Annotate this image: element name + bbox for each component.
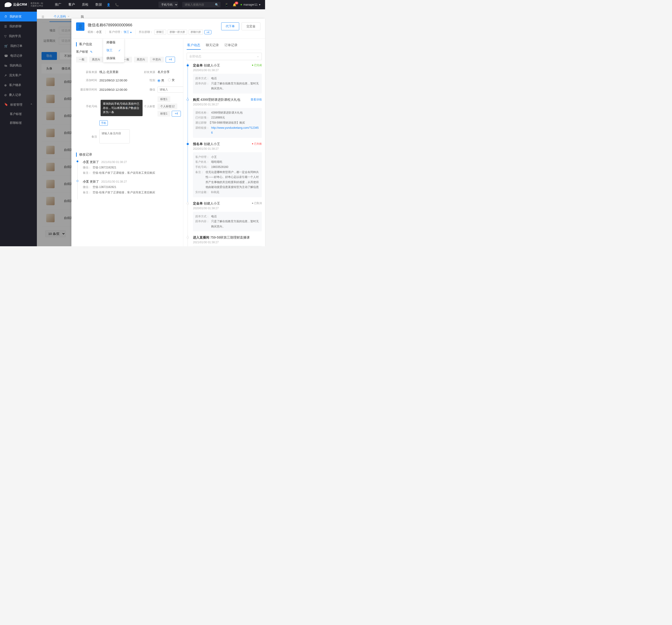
activity-filter[interactable]: 全部动态 ⌄ [187,53,262,60]
chevron-down-icon: ⌄ [257,54,259,58]
notification-icon[interactable]: 🔔5 [233,3,236,6]
customer-tags-label: 客户标签 [76,50,88,54]
tag-item[interactable]: 高意向 [134,57,148,62]
sidebar-call-log[interactable]: ☎电话记录 [0,51,37,60]
timeline-box: 跟单方式：电话跟单内容：只是了解在线教育方面的信息，暂时无购买意向。 [193,212,262,231]
personal-tag[interactable]: 标签1 [158,111,170,117]
personal-tag-more[interactable]: +4 [172,111,181,117]
tag-item[interactable]: 中意向 [150,57,164,62]
group-tag[interactable]: 群聊六群 [189,30,203,34]
timeline-box: 客户经理：小王客户姓名：唔吃唔吃手机号码：19833528160备注：但无论是哪… [193,152,262,197]
dropdown-option-selected[interactable]: 张三✓ [103,46,124,54]
tab-chat-log[interactable]: 聊天记录 [205,41,219,50]
app-header: 云朵CRM 教育机构一站 式服务云平台 推广 客户 质检 数据 👤 📞 手机号码… [0,0,265,9]
nav-customer[interactable]: 客户 [68,3,75,7]
tag-icon: 🔖 [4,103,8,107]
tab-order-log[interactable]: 订单记录 [224,41,238,50]
course-link[interactable]: http://www.yunduoketang.com/?123456 [211,126,259,134]
order-icon: 🛒 [4,44,8,48]
group-tag[interactable]: 群聊一群大群 [168,30,187,34]
log-item: 小王 更新了2021/01/30 01:38:27微信：空值-136721828… [77,160,178,180]
chevron-up-icon: ▴ [130,30,131,33]
sidebar-customer-inherit[interactable]: ⊕客户继承 [0,80,37,90]
delete-icon: ⊘ [4,93,7,97]
search-icon[interactable]: 🔍 [215,3,219,6]
inherit-icon: ⊕ [4,83,7,87]
sidebar-my-students[interactable]: ▽我的学员 [0,31,37,41]
mobile-icon[interactable]: 📱 [225,3,229,6]
app-logo: 云朵CRM 教育机构一站 式服务云平台 [5,2,43,7]
sidebar-lost-customers[interactable]: ↗流失客户 [0,70,37,80]
logo-name: 云朵CRM [13,3,27,7]
search-type-select[interactable]: 手机号码 [159,2,178,8]
sidebar-customer-tags[interactable]: 客户标签 [0,109,37,119]
modify-log-title: 修改记录 [76,152,178,157]
sidebar: ⏱我的好友 ☰我的群聊 ▽我的学员 🛒我的订单 ☎电话记录 🛍我的商品 ↗流失客… [0,9,37,246]
logo-icon [5,2,12,7]
right-tabs: 客户动态 聊天记录 订单记录 [187,41,262,50]
status-dot [241,4,242,5]
group-more[interactable]: +4 [205,30,212,34]
hamburger-icon[interactable]: ☰ [42,15,44,19]
edit-tags-icon[interactable]: ✎ [90,50,93,54]
wechat-input[interactable] [158,86,184,93]
friends-icon: ⏱ [4,15,7,19]
dropdown-option[interactable]: 俱保咏 [103,54,124,62]
nav-promotion[interactable]: 推广 [55,3,62,7]
tag-item[interactable]: 高意向 [89,57,103,62]
timeline-box: 课程名称：4399理财课进阶课大礼包已付款项：2218989元通过群聊【759-… [193,108,262,138]
header-icon-group: 👤 📞 [106,3,119,6]
sidebar-tag-manage[interactable]: 🔖标签管理⌃ [0,100,37,109]
filter-icon: ▽ [4,34,6,38]
sidebar-group-tags[interactable]: 群聊标签 [0,119,37,127]
sidebar-delete-log[interactable]: ⊘删人记录 [0,90,37,100]
tab-customer-activity[interactable]: 客户动态 [187,41,201,50]
sidebar-my-products[interactable]: 🛍我的商品 [0,60,37,70]
personal-tag[interactable]: 个人标签12 [158,103,177,109]
user-icon[interactable]: 👤 [106,3,111,6]
tag-more[interactable]: +4 [166,57,175,62]
remark-textarea[interactable] [99,129,130,144]
timeline-item: 定金单 创建人小王已完成2020/01/30 01:38:27跟单方式：电话跟单… [188,64,262,98]
timeline-item: 定金单 创建人小王已取消2020/01/30 01:38:27跟单方式：电话跟单… [188,201,262,236]
tag-list: 一般 高意向 中意向 一般 高意向 中意向 +4 [76,57,178,62]
personal-tag[interactable]: 标签1 [158,96,170,102]
phone-exists-tooltip: 查询到此手机号码在系统中已存在，可以将两条客户数据合并为一条 [101,100,143,116]
timeline-box: 跟单方式：电话跟单内容：只是了解在线教育方面的信息，暂时无购买意向。 [193,74,262,94]
customer-info-title: 客户信息 [76,42,178,46]
proxy-order-button[interactable]: 代下单 [221,22,239,30]
drawer-header: 👤 微信名称6789990000966 昵称：小王 客户经理： 张三 ▴ 所在群… [71,19,265,39]
close-icon[interactable]: × [68,15,70,18]
drawer-meta: 昵称：小王 客户经理： 张三 ▴ 所在群聊： 群聊三 群聊一群大群 群聊六群 +… [88,30,218,34]
dropdown-option[interactable]: 师馨薇 [103,39,124,46]
sidebar-my-groups[interactable]: ☰我的群聊 [0,22,37,31]
search-wrap: 🔍 [182,2,220,7]
user-menu[interactable]: manager11 ▾ [241,3,260,6]
header-right: 手机号码 🔍 📱 🔔5 manager11 ▾ [159,2,260,8]
sidebar-my-friends[interactable]: ⏱我的好友 [0,12,37,22]
phone-icon[interactable]: 📞 [115,3,119,6]
logo-subtitle: 教育机构一站 式服务云平台 [28,2,43,7]
tag-item[interactable]: 一般 [76,57,87,62]
radio-female[interactable]: 女 [168,78,175,82]
user-name: manager11 [243,3,258,6]
customer-drawer: 👤 微信名称6789990000966 昵称：小王 客户经理： 张三 ▴ 所在群… [71,19,265,246]
log-item: 小王 更新了2021/01/30 01:38:27微信：空值-136721828… [77,180,178,199]
call-icon: ☎ [4,54,8,58]
timeline-item: 报名单 创建人小王已失败2020/01/30 01:38:27客户经理：小王客户… [188,142,262,201]
view-detail-link[interactable]: 查看详情 [250,98,262,102]
nav-qa[interactable]: 质检 [82,3,89,7]
nav-data[interactable]: 数据 [95,3,102,7]
radio-male[interactable]: 男 [158,79,164,83]
main-nav: 推广 客户 质检 数据 [55,3,102,7]
deposit-button[interactable]: 交定金 [241,22,260,30]
manager-dropdown-trigger[interactable]: 张三 [124,30,129,33]
timeline-box: 通过群聊【759-59班理财训练营】购买直播间链接：http://www.yun… [193,246,262,246]
check-icon: ✓ [118,49,121,52]
manager-dropdown: 师馨薇 张三✓ 俱保咏 [103,39,124,62]
search-input[interactable] [182,2,215,7]
drawer-avatar-icon: 👤 [76,22,85,31]
sidebar-my-orders[interactable]: 🛒我的订单 [0,41,37,51]
phone1-button[interactable]: 手机 [99,120,108,126]
group-tag[interactable]: 群聊三 [154,30,166,34]
